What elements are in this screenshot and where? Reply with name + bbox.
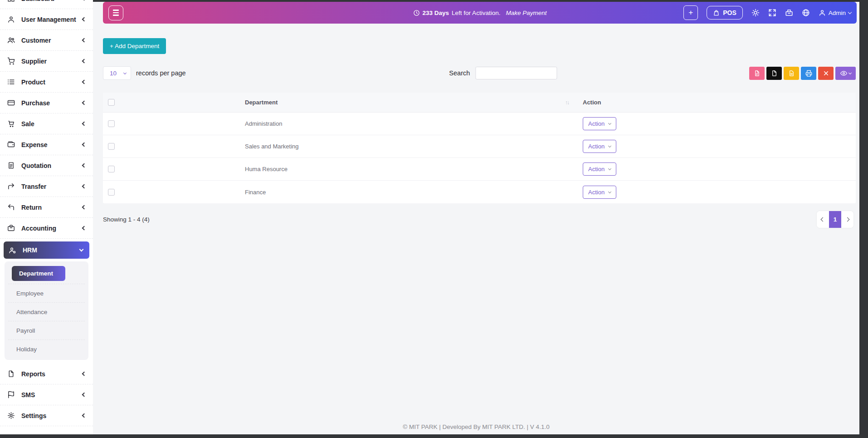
sidebar-item-label: Expense bbox=[21, 141, 48, 148]
quick-add-button[interactable]: + bbox=[683, 5, 698, 20]
subitem-label: Attendance bbox=[16, 309, 47, 315]
row-checkbox[interactable] bbox=[108, 166, 115, 172]
lines-file-icon bbox=[788, 70, 795, 77]
hamburger-menu-button[interactable] bbox=[108, 5, 123, 20]
file-icon bbox=[7, 370, 15, 378]
sidebar-item-transfer[interactable]: Transfer bbox=[0, 176, 93, 197]
sidebar-item-hrm[interactable]: HRM bbox=[4, 241, 89, 259]
delete-selected-button[interactable] bbox=[818, 67, 834, 80]
chevron-down-icon bbox=[608, 190, 611, 193]
search-label: Search bbox=[449, 69, 470, 77]
sort-icon[interactable]: ↑↓ bbox=[565, 99, 569, 106]
search-input[interactable] bbox=[475, 67, 557, 79]
sidebar-item-label: Return bbox=[21, 204, 42, 211]
sidebar-item-label: Sale bbox=[21, 120, 34, 128]
sidebar-item-label: Supplier bbox=[21, 58, 47, 65]
records-per-page-select[interactable]: 10 bbox=[103, 66, 131, 80]
register-icon[interactable] bbox=[785, 9, 793, 17]
sidebar-subitem-attendance[interactable]: Attendance bbox=[8, 303, 85, 321]
department-name: Huma Resource bbox=[245, 166, 288, 172]
chevron-left-icon bbox=[82, 80, 87, 84]
user-icon bbox=[7, 15, 15, 24]
list-footer: Showing 1 - 4 (4) 1 bbox=[103, 211, 853, 228]
sidebar-item-customer[interactable]: Customer bbox=[0, 30, 93, 51]
action-button-label: Action bbox=[588, 120, 605, 127]
chevron-left-icon bbox=[82, 184, 87, 189]
sidebar-item-product[interactable]: Product bbox=[0, 72, 93, 93]
sidebar-item-user-management[interactable]: User Management bbox=[0, 9, 93, 30]
print-button[interactable] bbox=[801, 67, 816, 80]
header-department-cell[interactable]: Department ↑↓ bbox=[245, 99, 576, 106]
sidebar-item-sms[interactable]: SMS bbox=[0, 384, 93, 405]
fullscreen-icon[interactable] bbox=[768, 9, 776, 17]
subitem-label: Payroll bbox=[16, 327, 35, 334]
sidebar-item-reports[interactable]: Reports bbox=[0, 364, 93, 384]
row-action-button[interactable]: Action bbox=[583, 162, 616, 176]
admin-label: Admin bbox=[829, 10, 846, 16]
row-checkbox[interactable] bbox=[108, 189, 115, 196]
add-department-button[interactable]: + Add Department bbox=[103, 38, 166, 54]
person-icon bbox=[819, 9, 826, 16]
next-page-button[interactable] bbox=[841, 211, 853, 228]
table-header-row: Department ↑↓ Action bbox=[103, 93, 856, 113]
row-action-button[interactable]: Action bbox=[583, 186, 616, 199]
sidebar-subitem-payroll[interactable]: Payroll bbox=[8, 321, 85, 340]
action-button-label: Action bbox=[588, 166, 605, 172]
search-group: Search bbox=[449, 67, 557, 79]
row-action-button[interactable]: Action bbox=[583, 117, 616, 130]
pos-label: POS bbox=[723, 9, 736, 16]
sidebar-item-label: Customer bbox=[21, 37, 51, 44]
sidebar-item-sale[interactable]: Sale bbox=[0, 113, 93, 134]
sidebar-item-purchase[interactable]: Purchase bbox=[0, 93, 93, 113]
export-pdf-button[interactable] bbox=[749, 67, 765, 80]
sidebar: Dashboard User Management Customer Suppl… bbox=[0, 0, 93, 434]
make-payment-link[interactable]: Make Payment bbox=[506, 10, 546, 16]
prev-page-button[interactable] bbox=[817, 211, 829, 228]
top-navbar: 233 Days Left for Activation. Make Payme… bbox=[103, 2, 857, 24]
sidebar-subitem-holiday[interactable]: Holiday bbox=[8, 340, 85, 358]
sidebar-subitem-employee[interactable]: Employee bbox=[8, 284, 85, 302]
submenu-row: Employee bbox=[8, 284, 85, 303]
chevron-down-icon bbox=[608, 167, 611, 170]
topbar-actions: + POS Admin bbox=[683, 5, 851, 20]
chevron-left-icon bbox=[82, 226, 87, 231]
sidebar-item-label: SMS bbox=[21, 391, 35, 399]
sidebar-item-label: HRM bbox=[23, 246, 37, 254]
theme-sun-icon[interactable] bbox=[751, 9, 760, 17]
row-action-button[interactable]: Action bbox=[583, 140, 616, 153]
sidebar-item-settings[interactable]: Settings bbox=[0, 405, 93, 426]
pos-button[interactable]: POS bbox=[707, 6, 743, 20]
export-file-button[interactable] bbox=[766, 67, 782, 80]
language-globe-icon[interactable] bbox=[802, 9, 810, 17]
sidebar-subitem-department[interactable]: Department bbox=[12, 266, 65, 281]
column-visibility-button[interactable] bbox=[835, 67, 856, 80]
current-page-button[interactable]: 1 bbox=[829, 211, 841, 228]
shopping-cart-icon bbox=[7, 120, 15, 128]
document-icon bbox=[7, 162, 15, 170]
subitem-label: Employee bbox=[16, 290, 44, 297]
hrm-users-icon bbox=[8, 246, 16, 254]
sidebar-item-label: Dashboard bbox=[21, 0, 54, 2]
chevron-left-icon bbox=[82, 122, 87, 126]
sidebar-item-expense[interactable]: Expense bbox=[0, 134, 93, 155]
chevron-left-icon bbox=[82, 163, 87, 168]
eye-icon bbox=[840, 70, 847, 77]
sidebar-item-label: Purchase bbox=[21, 99, 50, 107]
sidebar-item-quotation[interactable]: Quotation bbox=[0, 155, 93, 176]
sidebar-item-label: Reports bbox=[21, 370, 45, 378]
admin-menu[interactable]: Admin bbox=[819, 9, 851, 16]
row-checkbox[interactable] bbox=[108, 143, 115, 150]
submenu-row: Attendance bbox=[8, 303, 85, 321]
row-checkbox[interactable] bbox=[108, 120, 115, 127]
select-all-checkbox[interactable] bbox=[108, 99, 115, 106]
subitem-label: Department bbox=[19, 270, 53, 277]
sidebar-item-return[interactable]: Return bbox=[0, 197, 93, 218]
sidebar-item-dashboard[interactable]: Dashboard bbox=[0, 0, 93, 9]
sidebar-item-supplier[interactable]: Supplier bbox=[0, 51, 93, 72]
department-name: Administration bbox=[245, 120, 282, 127]
action-button-label: Action bbox=[588, 189, 605, 196]
records-per-page: 10 records per page bbox=[103, 66, 186, 80]
chevron-down-icon bbox=[608, 122, 611, 125]
sidebar-item-accounting[interactable]: Accounting bbox=[0, 218, 93, 239]
export-csv-button[interactable] bbox=[784, 67, 799, 80]
